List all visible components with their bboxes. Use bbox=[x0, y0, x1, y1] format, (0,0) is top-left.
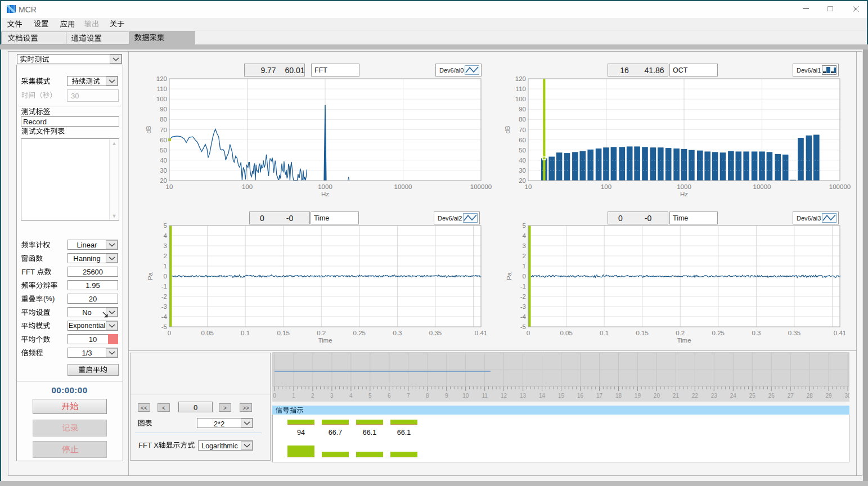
svg-text:0.05: 0.05 bbox=[560, 330, 572, 336]
svg-text:Pa: Pa bbox=[147, 272, 154, 280]
svg-text:3: 3 bbox=[330, 393, 334, 399]
svg-text:100: 100 bbox=[242, 183, 253, 190]
svg-text:0: 0 bbox=[527, 330, 530, 336]
svg-text:-1: -1 bbox=[520, 283, 526, 290]
svg-text:8: 8 bbox=[426, 393, 429, 399]
svg-text:-1: -1 bbox=[161, 283, 167, 290]
svg-text:10000: 10000 bbox=[753, 183, 771, 190]
svg-text:0.35: 0.35 bbox=[429, 330, 442, 336]
svg-text:0.1: 0.1 bbox=[600, 330, 609, 336]
svg-text:17: 17 bbox=[596, 393, 603, 399]
svg-text:5: 5 bbox=[164, 222, 167, 229]
svg-text:0.2: 0.2 bbox=[317, 330, 326, 336]
svg-text:110: 110 bbox=[516, 86, 526, 92]
svg-text:4: 4 bbox=[164, 232, 168, 239]
svg-text:0.3: 0.3 bbox=[752, 330, 761, 336]
svg-text:-2: -2 bbox=[520, 293, 526, 300]
svg-text:24: 24 bbox=[730, 393, 737, 399]
svg-text:30: 30 bbox=[519, 167, 526, 174]
svg-text:Time: Time bbox=[318, 337, 332, 344]
svg-text:1000: 1000 bbox=[318, 183, 332, 190]
svg-text:1: 1 bbox=[164, 263, 167, 269]
svg-text:80: 80 bbox=[160, 116, 167, 123]
svg-text:9: 9 bbox=[445, 393, 448, 399]
svg-text:80: 80 bbox=[519, 116, 526, 123]
svg-text:0.41: 0.41 bbox=[475, 330, 487, 336]
svg-text:6: 6 bbox=[388, 393, 391, 399]
svg-text:1000: 1000 bbox=[677, 183, 691, 190]
svg-text:15: 15 bbox=[558, 393, 565, 399]
svg-text:Pa: Pa bbox=[506, 272, 512, 280]
svg-text:18: 18 bbox=[615, 393, 622, 399]
svg-text:0.1: 0.1 bbox=[241, 330, 250, 336]
svg-text:100000: 100000 bbox=[470, 183, 492, 190]
svg-text:100: 100 bbox=[156, 96, 167, 102]
svg-text:Hz: Hz bbox=[680, 191, 688, 197]
svg-text:27: 27 bbox=[788, 393, 794, 399]
svg-text:60: 60 bbox=[519, 137, 526, 143]
svg-text:100: 100 bbox=[601, 183, 611, 190]
svg-text:3: 3 bbox=[164, 242, 167, 249]
svg-text:5: 5 bbox=[523, 222, 526, 229]
svg-text:-2: -2 bbox=[161, 293, 167, 300]
svg-text:-4: -4 bbox=[161, 313, 168, 320]
svg-text:25: 25 bbox=[749, 393, 756, 399]
svg-text:26: 26 bbox=[768, 393, 775, 399]
svg-text:2: 2 bbox=[523, 253, 526, 259]
svg-text:50: 50 bbox=[519, 147, 526, 154]
svg-text:12: 12 bbox=[501, 393, 507, 399]
svg-text:23: 23 bbox=[711, 393, 718, 399]
svg-text:40: 40 bbox=[160, 157, 167, 164]
svg-text:0.35: 0.35 bbox=[788, 330, 800, 336]
svg-text:10: 10 bbox=[525, 183, 532, 190]
svg-text:100: 100 bbox=[515, 96, 526, 102]
svg-text:7: 7 bbox=[407, 393, 410, 399]
svg-text:0.25: 0.25 bbox=[353, 330, 366, 336]
svg-text:3: 3 bbox=[523, 242, 526, 249]
svg-text:Time: Time bbox=[677, 337, 691, 344]
svg-text:40: 40 bbox=[519, 157, 526, 164]
svg-text:16: 16 bbox=[577, 393, 584, 399]
svg-text:60: 60 bbox=[160, 137, 167, 143]
svg-text:90: 90 bbox=[160, 106, 167, 112]
svg-text:90: 90 bbox=[519, 106, 526, 112]
svg-text:14: 14 bbox=[539, 393, 546, 399]
svg-text:5: 5 bbox=[368, 393, 372, 399]
svg-text:-4: -4 bbox=[520, 313, 527, 320]
svg-text:30: 30 bbox=[845, 393, 849, 399]
svg-text:1: 1 bbox=[523, 263, 526, 269]
svg-text:70: 70 bbox=[519, 127, 526, 133]
svg-text:2: 2 bbox=[311, 393, 314, 399]
svg-text:dB: dB bbox=[145, 125, 152, 133]
svg-text:dB: dB bbox=[504, 125, 511, 133]
svg-text:50: 50 bbox=[160, 147, 167, 154]
svg-text:0.41: 0.41 bbox=[834, 330, 846, 336]
svg-text:4: 4 bbox=[349, 393, 353, 399]
svg-text:70: 70 bbox=[160, 127, 167, 133]
svg-text:0: 0 bbox=[523, 273, 526, 280]
svg-text:2: 2 bbox=[164, 253, 167, 259]
svg-text:120: 120 bbox=[156, 75, 167, 82]
svg-text:Hz: Hz bbox=[321, 191, 329, 197]
svg-text:4: 4 bbox=[523, 232, 527, 239]
svg-text:100000: 100000 bbox=[829, 183, 851, 190]
svg-text:22: 22 bbox=[692, 393, 699, 399]
svg-text:30: 30 bbox=[160, 167, 167, 174]
svg-text:28: 28 bbox=[807, 393, 813, 399]
svg-text:0.05: 0.05 bbox=[201, 330, 213, 336]
svg-text:0.15: 0.15 bbox=[277, 330, 290, 336]
svg-text:0.2: 0.2 bbox=[676, 330, 685, 336]
svg-text:10000: 10000 bbox=[394, 183, 412, 190]
svg-text:19: 19 bbox=[635, 393, 641, 399]
svg-text:0: 0 bbox=[168, 330, 171, 336]
svg-text:0.25: 0.25 bbox=[712, 330, 725, 336]
svg-text:0.3: 0.3 bbox=[393, 330, 402, 336]
svg-text:-5: -5 bbox=[161, 323, 167, 330]
svg-text:0.15: 0.15 bbox=[636, 330, 649, 336]
svg-text:120: 120 bbox=[515, 75, 526, 82]
svg-text:1: 1 bbox=[292, 393, 295, 399]
svg-text:0: 0 bbox=[164, 273, 167, 280]
svg-text:10: 10 bbox=[462, 393, 469, 399]
svg-text:-3: -3 bbox=[161, 303, 167, 310]
svg-text:0: 0 bbox=[273, 393, 276, 399]
